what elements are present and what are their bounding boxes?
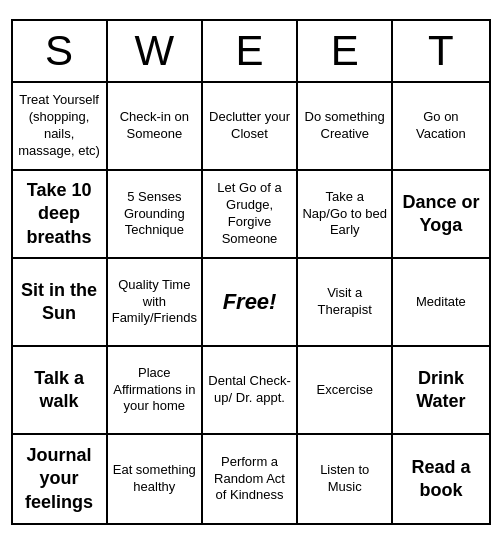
bingo-header: SWEET <box>13 21 489 83</box>
bingo-cell[interactable]: Journal your feelings <box>13 435 108 523</box>
bingo-cell[interactable]: Eat something healthy <box>108 435 203 523</box>
bingo-cell[interactable]: Talk a walk <box>13 347 108 435</box>
header-letter: E <box>203 21 298 81</box>
bingo-grid: Treat Yourself (shopping, nails, massage… <box>13 83 489 523</box>
bingo-cell[interactable]: Sit in the Sun <box>13 259 108 347</box>
bingo-cell[interactable]: Let Go of a Grudge, Forgive Someone <box>203 171 298 259</box>
bingo-cell[interactable]: Visit a Therapist <box>298 259 393 347</box>
bingo-cell[interactable]: Excercise <box>298 347 393 435</box>
header-letter: E <box>298 21 393 81</box>
header-letter: S <box>13 21 108 81</box>
bingo-cell[interactable]: Meditate <box>393 259 488 347</box>
bingo-cell[interactable]: 5 Senses Grounding Technique <box>108 171 203 259</box>
bingo-cell[interactable]: Read a book <box>393 435 488 523</box>
bingo-cell[interactable]: Take a Nap/Go to bed Early <box>298 171 393 259</box>
bingo-cell[interactable]: Check-in on Someone <box>108 83 203 171</box>
bingo-cell[interactable]: Free! <box>203 259 298 347</box>
bingo-cell[interactable]: Quality Time with Family/Friends <box>108 259 203 347</box>
bingo-cell[interactable]: Do something Creative <box>298 83 393 171</box>
bingo-cell[interactable]: Place Affirmations in your home <box>108 347 203 435</box>
bingo-card: SWEET Treat Yourself (shopping, nails, m… <box>11 19 491 525</box>
header-letter: W <box>108 21 203 81</box>
bingo-cell[interactable]: Drink Water <box>393 347 488 435</box>
bingo-cell[interactable]: Perform a Random Act of Kindness <box>203 435 298 523</box>
bingo-cell[interactable]: Declutter your Closet <box>203 83 298 171</box>
bingo-cell[interactable]: Dance or Yoga <box>393 171 488 259</box>
bingo-cell[interactable]: Take 10 deep breaths <box>13 171 108 259</box>
bingo-cell[interactable]: Listen to Music <box>298 435 393 523</box>
bingo-cell[interactable]: Go on Vacation <box>393 83 488 171</box>
header-letter: T <box>393 21 488 81</box>
bingo-cell[interactable]: Dental Check-up/ Dr. appt. <box>203 347 298 435</box>
bingo-cell[interactable]: Treat Yourself (shopping, nails, massage… <box>13 83 108 171</box>
